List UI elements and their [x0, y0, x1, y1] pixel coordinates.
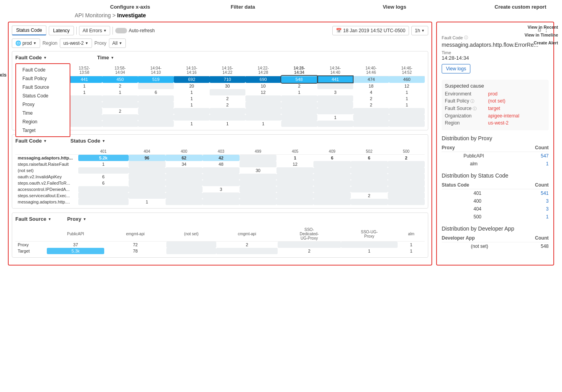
- dist-app-title: Distribution by Developer App: [442, 225, 549, 232]
- date-picker[interactable]: 📅 18 Jan 2019 14:52 UTC-0500: [332, 26, 409, 35]
- dist-status-count-4: 1: [513, 213, 549, 221]
- s2-col-502: 502: [351, 148, 388, 155]
- s2-fault-code-dropdown[interactable]: Fault Code ▼: [15, 138, 47, 144]
- dist-proxy-row: alm 1: [442, 160, 549, 168]
- sc-fault-source-row: Fault Source ⓘ target: [445, 106, 545, 112]
- s3-row-target-label: Target: [15, 248, 47, 254]
- s1-cell[interactable]: 1: [389, 89, 425, 95]
- sc-region-row: Region us-west-2: [445, 120, 545, 126]
- menu-fault-source[interactable]: Fault Source: [16, 83, 70, 92]
- table-row: 1 2 20 30 10 2 18 12: [15, 83, 425, 89]
- period-dropdown[interactable]: 1h ▼: [411, 26, 428, 35]
- s1-cell[interactable]: 474: [353, 76, 389, 83]
- breadcrumb-parent[interactable]: API Monitoring: [75, 12, 111, 18]
- menu-fault-code[interactable]: Fault Code: [16, 66, 70, 74]
- configure-yaxis-label: Configure y-axis: [0, 72, 7, 78]
- status-code-tab[interactable]: Status Code: [12, 26, 46, 35]
- menu-proxy[interactable]: Proxy: [16, 100, 70, 109]
- region-dropdown[interactable]: us-west-2 ▼: [60, 38, 92, 48]
- dist-app-name-1: (not set): [442, 242, 518, 251]
- menu-status-code[interactable]: Status Code: [16, 92, 70, 100]
- section2-table: 401 404 400 403 499 405 409 502 500: [15, 148, 425, 205]
- s2-row-5-label: steps.oauth.v2.FailedToR...: [15, 180, 78, 186]
- s1-cell[interactable]: 1: [102, 89, 138, 95]
- latency-tab[interactable]: Latency: [49, 26, 74, 35]
- chevron-down-icon: ▼: [102, 139, 105, 143]
- s1-time-col-2: 13:58-14:04: [102, 65, 138, 76]
- s1-cell[interactable]: [138, 83, 174, 89]
- s1-cell-selected[interactable]: 548: [281, 76, 317, 83]
- s1-cell[interactable]: 441: [66, 76, 102, 83]
- s1-cell[interactable]: 450: [102, 76, 138, 83]
- s1-cell[interactable]: [317, 83, 353, 89]
- s1-cell[interactable]: 460: [389, 76, 425, 83]
- s3-col-label: [15, 227, 47, 242]
- table-row: Target 5.3k 78 2 1 1: [15, 248, 425, 254]
- right-panel: ⎙ ⋮ View in Recent View in Timeline Crea…: [436, 22, 554, 266]
- left-panel: Status Code Latency All Errors ▼ Auto-re…: [8, 22, 432, 266]
- s1-cell[interactable]: 4: [353, 89, 389, 95]
- view-logs-button[interactable]: View logs: [442, 64, 470, 73]
- section1-wrapper: Configure y-axis Fault Code ▼ Fault Code: [12, 51, 428, 130]
- dist-proxy-table: Proxy Count PublicAPI 547 alm 1: [442, 144, 549, 168]
- view-in-recent-label: View in Recent: [525, 24, 558, 31]
- s1-cell[interactable]: 10: [245, 83, 281, 89]
- toggle-switch[interactable]: [115, 28, 127, 33]
- fault-code-dropdown[interactable]: Fault Code ▼: [15, 55, 47, 60]
- s3-fault-source-dropdown[interactable]: Fault Source ▼: [15, 216, 52, 222]
- info-icon: ⓘ: [464, 35, 468, 40]
- s2-row-2-label: steps.raisefault.RaiseFault: [15, 161, 78, 167]
- proxy-dropdown[interactable]: All ▼: [109, 38, 126, 48]
- s3-proxy-dropdown[interactable]: Proxy ▼: [67, 216, 87, 222]
- menu-region[interactable]: Region: [16, 117, 70, 126]
- s1-cell[interactable]: 1: [174, 89, 210, 95]
- sc-org-row: Organization apigee-internal: [445, 113, 545, 119]
- dist-status-row: 400 3: [442, 197, 549, 205]
- s1-cell[interactable]: 2: [102, 83, 138, 89]
- s2-col-label: [15, 148, 78, 155]
- dist-status-code-1: 401: [442, 189, 513, 198]
- s1-cell[interactable]: 690: [245, 76, 281, 83]
- s1-cell[interactable]: 1: [66, 89, 102, 95]
- table-row: (not set) 30: [15, 167, 425, 174]
- s1-cell[interactable]: 18: [353, 83, 389, 89]
- s1-cell[interactable]: 519: [138, 76, 174, 83]
- s1-cell[interactable]: 692: [174, 76, 210, 83]
- s1-cell[interactable]: [210, 89, 245, 95]
- menu-time[interactable]: Time: [16, 109, 70, 117]
- s2-row-7-label: steps.servicecallout.Exec...: [15, 192, 78, 199]
- table-row: messaging.adaptors.http... 5.2k 96 62 42…: [15, 155, 425, 161]
- all-errors-dropdown[interactable]: All Errors ▼: [79, 26, 110, 35]
- time-dropdown[interactable]: Time ▼: [66, 55, 114, 60]
- s2-row-6-label: accesscontrol.IPDeniedA...: [15, 186, 78, 192]
- s1-cell[interactable]: 1: [281, 89, 317, 95]
- s1-cell[interactable]: 30: [210, 83, 245, 89]
- chevron-down-icon: ▼: [119, 41, 122, 45]
- table-row: 1 2 2 1: [15, 102, 425, 108]
- fault-code-dropdown-wrap: Fault Code ▼ Fault Code Fault Policy Fau…: [15, 55, 47, 63]
- dist-status-count-2: 3: [513, 197, 549, 205]
- s3-col-sso-ug: SSO-UG-Proxy: [341, 227, 398, 242]
- dist-proxy-name-2: alm: [442, 160, 506, 168]
- section3-panel: Fault Source ▼ Proxy ▼ PublicAPI emgmt-a…: [12, 212, 428, 258]
- s1-cell[interactable]: 12: [245, 89, 281, 95]
- s1-cell[interactable]: 12: [389, 83, 425, 89]
- dist-proxy-title: Distribution by Proxy: [442, 135, 549, 141]
- auto-refresh-toggle[interactable]: Auto-refresh: [115, 28, 155, 33]
- s1-cell[interactable]: 710: [210, 76, 245, 83]
- dist-status-count-3: 3: [513, 205, 549, 213]
- chevron-down-icon: ▼: [33, 41, 37, 45]
- s1-cell[interactable]: 6: [138, 89, 174, 95]
- s1-cell[interactable]: 2: [281, 83, 317, 89]
- s2-col-405: 405: [276, 148, 313, 155]
- s2-status-code-dropdown[interactable]: Status Code ▼: [70, 138, 105, 144]
- menu-target[interactable]: Target: [16, 126, 70, 135]
- s1-cell[interactable]: 1: [66, 83, 102, 89]
- s3-col-cmgmt: cmgmt-api: [216, 227, 278, 242]
- prod-dropdown[interactable]: 🌐 prod ▼: [12, 38, 40, 48]
- s1-cell[interactable]: 3: [317, 89, 353, 95]
- s1-time-col-5: 14:16-14:22: [210, 65, 245, 76]
- s1-cell[interactable]: 20: [174, 83, 210, 89]
- s1-cell[interactable]: 441: [317, 76, 353, 83]
- menu-fault-policy[interactable]: Fault Policy: [16, 74, 70, 83]
